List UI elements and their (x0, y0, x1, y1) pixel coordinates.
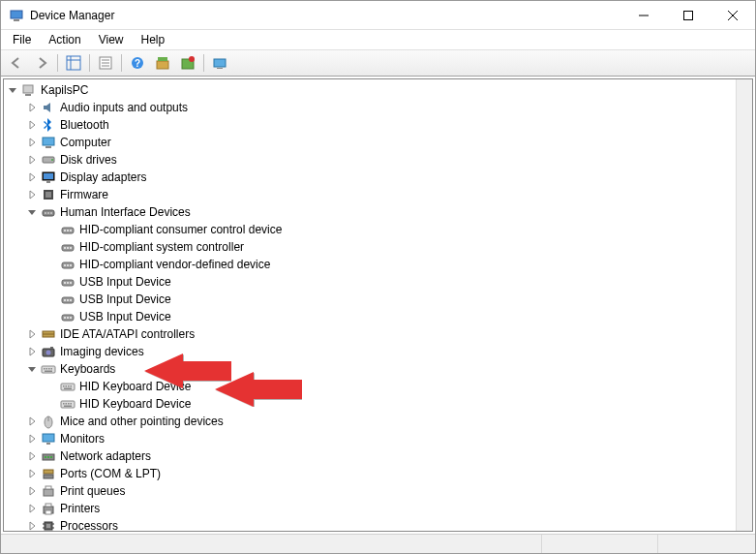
expand-icon[interactable] (25, 432, 39, 446)
scan-hardware-button[interactable] (208, 52, 231, 74)
menu-action[interactable]: Action (41, 31, 88, 48)
imaging-icon (41, 344, 56, 359)
status-cell (542, 535, 658, 553)
tree-node-keyboards[interactable]: Keyboards (4, 360, 752, 378)
bluetooth-icon (41, 117, 56, 133)
menu-view[interactable]: View (91, 31, 132, 48)
expand-icon[interactable] (25, 502, 39, 515)
app-icon (9, 8, 24, 23)
expand-icon[interactable] (25, 118, 39, 132)
show-hide-tree-button[interactable] (62, 52, 85, 74)
expand-icon[interactable] (25, 467, 39, 480)
expand-icon[interactable] (25, 519, 39, 532)
forward-button[interactable] (30, 52, 53, 74)
tree-node-ide-ata-atapi-controllers[interactable]: IDE ATA/ATAPI controllers (4, 325, 752, 343)
help-button[interactable]: ? (126, 52, 149, 74)
tree-node-hid-compliant-vendor-defined-device[interactable]: HID-compliant vendor-defined device (4, 256, 752, 273)
tree-node-human-interface-devices[interactable]: Human Interface Devices (4, 203, 752, 221)
ide-icon (41, 326, 56, 342)
uninstall-button[interactable] (176, 52, 199, 74)
tree-node-monitors[interactable]: Monitors (4, 430, 752, 447)
node-label: HID Keyboard Device (77, 380, 193, 393)
hid-dev-icon (60, 257, 76, 272)
tree-node-processors[interactable]: Processors (4, 517, 752, 532)
hid-dev-icon (60, 222, 76, 237)
expand-icon[interactable] (25, 101, 39, 114)
svg-rect-28 (44, 173, 53, 179)
svg-rect-54 (67, 299, 69, 301)
tree-node-audio-inputs-and-outputs[interactable]: Audio inputs and outputs (4, 99, 752, 116)
svg-rect-49 (64, 282, 66, 284)
svg-point-33 (45, 212, 46, 214)
expander-placeholder (45, 380, 58, 393)
minimize-button[interactable] (621, 1, 666, 29)
svg-rect-20 (217, 68, 223, 69)
svg-rect-81 (71, 403, 73, 405)
tree-node-usb-input-device[interactable]: USB Input Device (4, 291, 752, 308)
expand-icon[interactable] (25, 170, 39, 184)
svg-rect-91 (44, 470, 53, 474)
collapse-icon[interactable] (25, 205, 39, 219)
tree-node-printers[interactable]: Printers (4, 500, 752, 517)
svg-rect-6 (67, 56, 80, 70)
back-button[interactable] (5, 52, 28, 74)
svg-rect-29 (46, 181, 50, 183)
tree-node-computer[interactable]: Computer (4, 134, 752, 151)
tree-node-hid-keyboard-device[interactable]: HID Keyboard Device (4, 395, 752, 413)
maximize-button[interactable] (666, 1, 711, 29)
hid-dev-icon (60, 292, 76, 307)
expand-icon[interactable] (25, 136, 39, 149)
toolbar: ? (1, 49, 755, 77)
expand-icon[interactable] (25, 415, 39, 428)
node-label: Audio inputs and outputs (58, 101, 190, 114)
expand-icon[interactable] (25, 188, 39, 201)
svg-rect-37 (64, 230, 66, 231)
svg-point-34 (47, 212, 49, 214)
collapse-icon[interactable] (25, 362, 39, 376)
tree-node-print-queues[interactable]: Print queues (4, 482, 752, 500)
expand-icon[interactable] (25, 449, 39, 463)
svg-point-63 (46, 351, 51, 355)
tree-node-hid-compliant-consumer-control-device[interactable]: HID-compliant consumer control device (4, 221, 752, 238)
menu-help[interactable]: Help (134, 31, 173, 48)
tree-node-mice-and-other-pointing-devices[interactable]: Mice and other pointing devices (4, 413, 752, 430)
tree-node-display-adapters[interactable]: Display adapters (4, 169, 752, 186)
tree-node-bluetooth[interactable]: Bluetooth (4, 116, 752, 134)
update-driver-button[interactable] (151, 52, 174, 74)
svg-rect-55 (70, 299, 72, 301)
menu-file[interactable]: File (5, 31, 39, 48)
tree-root[interactable]: KapilsPC (4, 81, 752, 99)
collapse-icon[interactable] (6, 83, 19, 97)
svg-rect-88 (45, 456, 46, 458)
tree-node-firmware[interactable]: Firmware (4, 186, 752, 203)
cpu-icon (41, 518, 56, 532)
tree-node-hid-keyboard-device[interactable]: HID Keyboard Device (4, 378, 752, 395)
svg-rect-57 (64, 317, 66, 319)
tree-node-network-adapters[interactable]: Network adapters (4, 447, 752, 465)
tree-node-usb-input-device[interactable]: USB Input Device (4, 308, 752, 325)
svg-point-26 (51, 159, 53, 161)
expand-icon[interactable] (25, 484, 39, 498)
node-label: Print queues (58, 484, 127, 498)
svg-rect-68 (48, 368, 50, 370)
vertical-scrollbar[interactable] (736, 79, 752, 531)
expand-icon[interactable] (25, 345, 39, 358)
node-label: Printers (58, 502, 102, 515)
toolbar-separator (89, 54, 90, 72)
tree-node-ports-com-lpt-[interactable]: Ports (COM & LPT) (4, 465, 752, 482)
titlebar: Device Manager (1, 1, 755, 30)
pc-icon (21, 82, 37, 98)
expand-icon[interactable] (25, 153, 39, 167)
node-label: Ports (COM & LPT) (58, 467, 163, 480)
device-tree-panel[interactable]: KapilsPCAudio inputs and outputsBluetoot… (3, 78, 753, 532)
close-button[interactable] (711, 1, 755, 29)
tree-node-hid-compliant-system-controller[interactable]: HID-compliant system controller (4, 238, 752, 256)
properties-button[interactable] (94, 52, 117, 74)
svg-rect-53 (64, 299, 66, 301)
expand-icon[interactable] (25, 327, 39, 341)
tree-node-imaging-devices[interactable]: Imaging devices (4, 343, 752, 360)
tree-node-disk-drives[interactable]: Disk drives (4, 151, 752, 169)
tree-node-usb-input-device[interactable]: USB Input Device (4, 273, 752, 291)
svg-rect-96 (45, 504, 51, 507)
printq-icon (41, 483, 56, 499)
